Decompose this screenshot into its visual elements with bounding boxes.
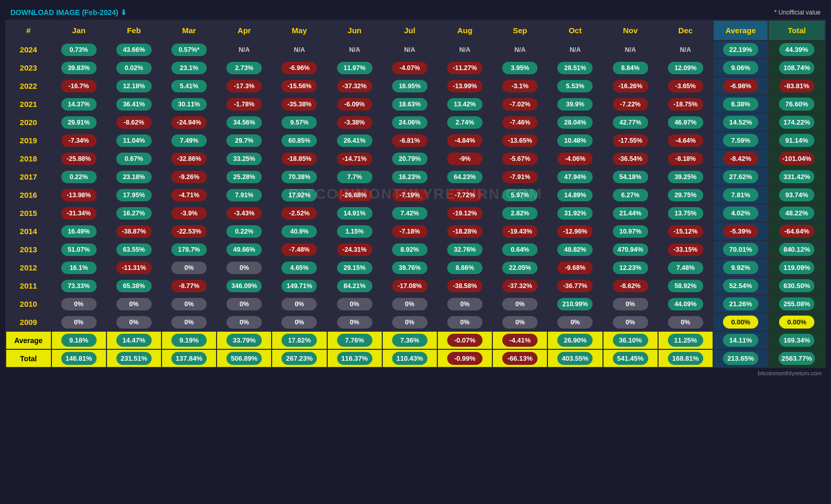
value-pill: 64.23%: [447, 171, 482, 183]
value-pill: -19.43%: [502, 225, 538, 238]
value-pill: 17.92%: [282, 189, 317, 201]
download-link[interactable]: DOWNLOAD IMAGE (Feb-2024) ⬇: [10, 8, 127, 17]
month-cell: -4.06%: [548, 150, 602, 167]
summary-value-pill: 9.18%: [61, 334, 97, 347]
value-pill: -14.71%: [337, 153, 372, 165]
month-cell: -25.88%: [52, 150, 106, 167]
month-cell: 0%: [272, 314, 326, 331]
month-cell: N/A: [548, 41, 602, 58]
summary-month-cell: 7.36%: [383, 332, 437, 349]
month-cell: -18.85%: [272, 150, 326, 167]
value-pill: 0%: [337, 316, 372, 329]
month-cell: 36.41%: [107, 96, 161, 113]
month-cell: 16.49%: [52, 223, 106, 240]
total-cell: -101.04%: [769, 150, 825, 167]
month-cell: N/A: [217, 41, 271, 58]
month-cell: 14.91%: [328, 205, 382, 222]
summary-value-pill: 506.89%: [226, 352, 262, 365]
month-cell: 0%: [217, 295, 271, 312]
summary-pill: 213.65%: [723, 352, 758, 365]
avg-cell: 0.00%: [714, 314, 768, 331]
month-cell: 34.56%: [217, 114, 271, 131]
month-cell: 0%: [438, 295, 492, 312]
month-cell: -12.96%: [548, 223, 602, 240]
summary-pill: 331.42%: [779, 170, 814, 183]
month-cell: 65.38%: [107, 277, 161, 294]
month-cell: -3.43%: [217, 205, 271, 222]
table-row: 202114.37%36.41%30.11%-1.78%-35.38%-6.09…: [6, 96, 825, 113]
summary-pill: -5.39%: [723, 225, 758, 238]
month-cell: -4.64%: [659, 132, 713, 149]
summary-month-cell: -4.41%: [493, 332, 547, 349]
value-pill: 0%: [392, 316, 427, 329]
value-pill: 0%: [171, 262, 207, 274]
month-cell: 0%: [107, 314, 161, 331]
summary-pill: -64.64%: [779, 225, 814, 238]
value-pill: -17.08%: [392, 280, 427, 292]
value-pill: 23.18%: [116, 171, 152, 183]
value-pill: -15.56%: [282, 80, 317, 92]
year-cell: 2024: [6, 41, 51, 58]
month-cell: 0.22%: [52, 168, 106, 185]
value-pill: -4.71%: [171, 189, 207, 201]
value-pill: -18.28%: [447, 225, 482, 238]
month-cell: 8.92%: [383, 241, 437, 258]
value-pill: 16.49%: [61, 225, 97, 238]
value-pill: 28.04%: [557, 116, 593, 129]
month-cell: 9.57%: [272, 114, 326, 131]
avg-cell: -8.42%: [714, 150, 768, 167]
summary-pill: 630.50%: [779, 279, 814, 292]
table-row: 2022-16.7%12.18%5.41%-17.3%-15.56%-37.32…: [6, 77, 825, 94]
value-pill: 20.79%: [392, 153, 427, 165]
summary-pill: 7.59%: [723, 134, 758, 147]
value-pill: 0%: [337, 298, 372, 310]
summary-avg-cell: 213.65%: [714, 350, 768, 367]
value-pill: -12.96%: [557, 225, 593, 238]
month-cell: 46.97%: [659, 114, 713, 131]
month-cell: -5.67%: [493, 150, 547, 167]
col-oct: Oct: [548, 21, 602, 40]
average-summary-row: Average9.18%14.47%9.19%33.79%17.82%7.76%…: [6, 332, 825, 349]
value-pill: 40.9%: [282, 225, 317, 238]
summary-pill: 48.22%: [779, 207, 814, 220]
avg-cell: 22.19%: [714, 41, 768, 58]
table-row: 201416.49%-38.87%-22.53%0.22%40.9%1.15%-…: [6, 223, 825, 240]
year-cell: 2022: [6, 77, 51, 94]
value-pill: -16.26%: [613, 80, 648, 92]
col-hash: #: [6, 21, 51, 40]
value-pill: 11.04%: [116, 134, 152, 147]
summary-month-cell: 7.76%: [328, 332, 382, 349]
month-cell: -35.38%: [272, 96, 326, 113]
value-pill: 16.95%: [392, 80, 427, 92]
summary-value-pill: 33.79%: [226, 334, 262, 347]
month-cell: 0%: [659, 314, 713, 331]
month-cell: 18.63%: [383, 96, 437, 113]
table-row: 201173.33%65.38%-8.77%346.09%149.71%84.2…: [6, 277, 825, 294]
table-row: 202339.83%0.02%23.1%2.73%-6.96%11.97%-4.…: [6, 59, 825, 76]
summary-month-cell: 116.37%: [328, 350, 382, 367]
month-cell: 8.84%: [604, 59, 658, 76]
month-cell: 23.18%: [107, 168, 161, 185]
value-pill: 0%: [502, 316, 538, 329]
month-cell: -31.34%: [52, 205, 106, 222]
value-pill: -6.96%: [282, 62, 317, 74]
value-pill: -25.88%: [61, 153, 97, 165]
value-pill: 5.53%: [557, 80, 593, 92]
value-pill: 25.28%: [226, 171, 262, 183]
summary-pill: 0.00%: [723, 316, 758, 329]
value-pill: 0.02%: [116, 62, 152, 74]
value-pill: -36.54%: [613, 153, 648, 165]
value-pill: 29.91%: [61, 116, 97, 129]
month-cell: -1.78%: [217, 96, 271, 113]
value-pill: 8.92%: [392, 243, 427, 256]
value-pill: 39.25%: [668, 171, 703, 183]
month-cell: 16.95%: [383, 77, 437, 94]
month-cell: 5.97%: [493, 186, 547, 203]
value-pill: 16.1%: [61, 262, 97, 274]
month-cell: 39.9%: [548, 96, 602, 113]
month-cell: 22.05%: [493, 259, 547, 276]
month-cell: 13.42%: [438, 96, 492, 113]
month-cell: 0%: [272, 295, 326, 312]
value-pill: 12.18%: [116, 80, 152, 92]
avg-cell: 9.92%: [714, 259, 768, 276]
